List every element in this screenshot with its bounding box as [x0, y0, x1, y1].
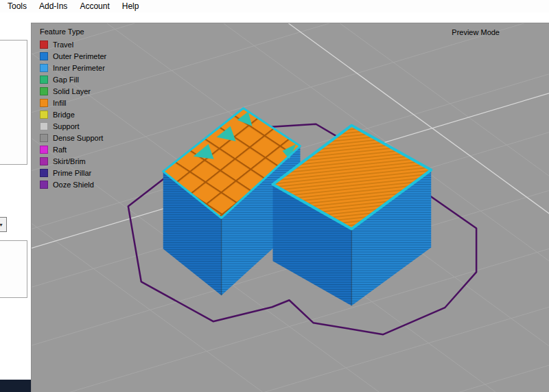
- sidebar-groupbox-top: [0, 40, 27, 165]
- sidebar-groupbox-bottom: [0, 240, 27, 298]
- legend-item-inner-perimeter[interactable]: Inner Perimeter: [40, 64, 106, 72]
- legend-item-solid-layer[interactable]: Solid Layer: [40, 87, 106, 95]
- legend-label: Raft: [53, 146, 67, 154]
- color-swatch: [40, 41, 48, 49]
- color-swatch: [40, 146, 48, 154]
- left-panel-fragment: ▼: [0, 12, 31, 392]
- preview-mode-label: Preview Mode: [452, 28, 500, 36]
- legend-item-ooze-shield[interactable]: Ooze Shield: [40, 181, 106, 189]
- legend-item-travel[interactable]: Travel: [40, 41, 106, 49]
- color-swatch: [40, 111, 48, 119]
- color-swatch: [40, 169, 48, 177]
- sidebar-combobox-fragment[interactable]: ▼: [0, 217, 7, 232]
- legend-item-bridge[interactable]: Bridge: [40, 111, 106, 119]
- color-swatch: [40, 122, 48, 130]
- menu-item-tools[interactable]: Tools: [1, 1, 33, 12]
- legend-item-prime-pillar[interactable]: Prime Pillar: [40, 169, 106, 177]
- feature-type-legend: Feature Type Travel Outer Perimeter Inne…: [40, 27, 106, 192]
- legend-label: Support: [53, 122, 80, 130]
- legend-label: Gap Fill: [53, 76, 79, 84]
- legend-item-skirt-brim[interactable]: Skirt/Brim: [40, 157, 106, 165]
- color-swatch: [40, 134, 48, 142]
- legend-item-gap-fill[interactable]: Gap Fill: [40, 76, 106, 84]
- legend-label: Skirt/Brim: [53, 157, 86, 165]
- legend-label: Solid Layer: [53, 87, 91, 95]
- legend-label: Infill: [53, 99, 67, 107]
- color-swatch: [40, 52, 48, 60]
- color-swatch: [40, 181, 48, 189]
- legend-item-infill[interactable]: Infill: [40, 99, 106, 107]
- color-swatch: [40, 87, 48, 95]
- legend-label: Outer Perimeter: [53, 52, 106, 60]
- legend-item-dense-support[interactable]: Dense Support: [40, 134, 106, 142]
- legend-item-support[interactable]: Support: [40, 122, 106, 130]
- menu-item-account[interactable]: Account: [73, 1, 115, 12]
- menu-item-help[interactable]: Help: [116, 1, 145, 12]
- legend-label: Prime Pillar: [53, 169, 91, 177]
- chevron-down-icon: ▼: [0, 218, 6, 231]
- legend-label: Bridge: [53, 111, 75, 119]
- color-swatch: [40, 64, 48, 72]
- legend-item-raft[interactable]: Raft: [40, 146, 106, 154]
- legend-label: Inner Perimeter: [53, 64, 105, 72]
- legend-item-outer-perimeter[interactable]: Outer Perimeter: [40, 52, 106, 60]
- menu-bar: Tools Add-Ins Account Help: [0, 0, 549, 12]
- legend-label: Travel: [53, 41, 73, 49]
- color-swatch: [40, 76, 48, 84]
- preview-viewport: Feature Type Travel Outer Perimeter Inne…: [31, 23, 549, 392]
- color-swatch: [40, 157, 48, 165]
- app-window: Tools Add-Ins Account Help ▼: [0, 0, 549, 392]
- legend-title: Feature Type: [40, 27, 106, 36]
- legend-label: Ooze Shield: [53, 181, 94, 189]
- legend-label: Dense Support: [53, 134, 103, 142]
- color-swatch: [40, 99, 48, 107]
- viewport-canvas[interactable]: [32, 23, 549, 392]
- menu-item-add-ins[interactable]: Add-Ins: [33, 1, 73, 12]
